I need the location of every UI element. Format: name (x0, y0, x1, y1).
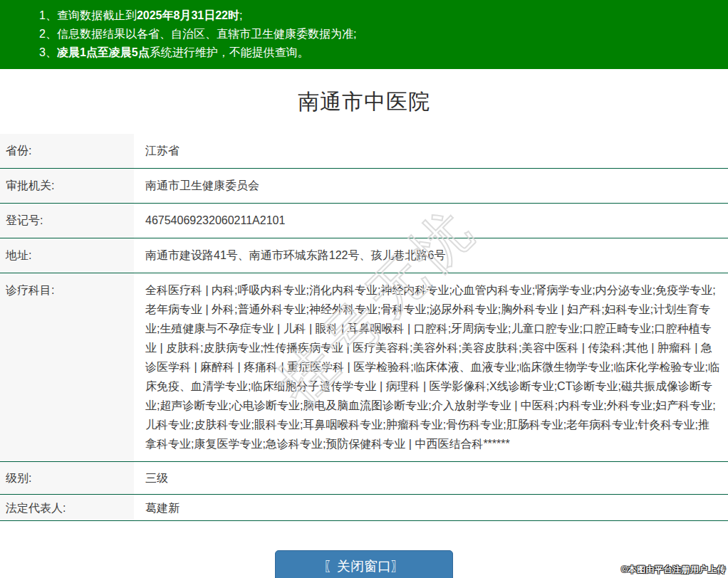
field-label: 省份: (0, 134, 134, 168)
table-row-medical-subjects: 诊疗科目: 全科医疗科 | 内科;呼吸内科专业;消化内科专业;神经内科专业;心血… (0, 273, 728, 462)
notice-line-2: 2、信息数据结果以各省、自治区、直辖市卫生健康委数据为准; (39, 25, 714, 43)
notice-text: 查询数据截止到 (57, 9, 137, 21)
field-label: 法定代表人: (0, 495, 134, 520)
field-value: 南通市卫生健康委员会 (134, 169, 728, 203)
notice-text: ; (239, 9, 242, 21)
field-value: 葛建新 (134, 495, 728, 520)
field-value: 全科医疗科 | 内科;呼吸内科专业;消化内科专业;神经内科专业;心血管内科专业;… (134, 273, 728, 461)
notice-line-1: 1、查询数据截止到2025年8月31日22时; (39, 6, 714, 25)
field-value: 南通市建设路41号、南通市环城东路122号、孩儿巷北路6号 (134, 238, 728, 273)
notice-number: 3、 (39, 46, 57, 58)
field-label: 审批机关: (0, 169, 134, 203)
notice-number: 1、 (39, 9, 57, 21)
field-value: 江苏省 (134, 134, 728, 168)
page-title: 南通市中医院 (0, 88, 728, 117)
field-label: 登记号: (0, 204, 134, 238)
notice-text: 系统进行维护，不能提供查询。 (150, 46, 309, 58)
query-result-page: 1、查询数据截止到2025年8月31日22时; 2、信息数据结果以各省、自治区、… (0, 0, 728, 578)
table-row-level: 级别: 三级 (0, 462, 728, 495)
field-label: 诊疗科目: (0, 273, 134, 461)
notice-banner: 1、查询数据截止到2025年8月31日22时; 2、信息数据结果以各省、自治区、… (0, 0, 728, 69)
table-row-approval-authority: 审批机关: 南通市卫生健康委员会 (0, 169, 728, 204)
upload-copyright: ©本图由平台注册用户上传 (621, 564, 726, 576)
notice-bold-text: 2025年8月31日22时 (137, 9, 239, 21)
field-value: 三级 (134, 462, 728, 494)
field-label: 地址: (0, 238, 134, 273)
notice-text: 信息数据结果以各省、自治区、直辖市卫生健康委数据为准; (57, 28, 356, 40)
table-row-legal-representative: 法定代表人: 葛建新 (0, 495, 728, 521)
notice-line-3: 3、凌晨1点至凌晨5点系统进行维护，不能提供查询。 (39, 43, 714, 62)
table-row-province: 省份: 江苏省 (0, 134, 728, 169)
hospital-info-table: 省份: 江苏省 审批机关: 南通市卫生健康委员会 登记号: 4675406923… (0, 134, 728, 521)
close-window-button[interactable]: 〖关闭窗口〗 (275, 550, 453, 578)
notice-bold-text: 凌晨1点至凌晨5点 (57, 46, 150, 58)
notice-number: 2、 (39, 28, 57, 40)
field-label: 级别: (0, 462, 134, 494)
table-row-registration-number: 登记号: 46754069232060211A2101 (0, 204, 728, 238)
table-row-address: 地址: 南通市建设路41号、南通市环城东路122号、孩儿巷北路6号 (0, 238, 728, 273)
field-value: 46754069232060211A2101 (134, 204, 728, 238)
